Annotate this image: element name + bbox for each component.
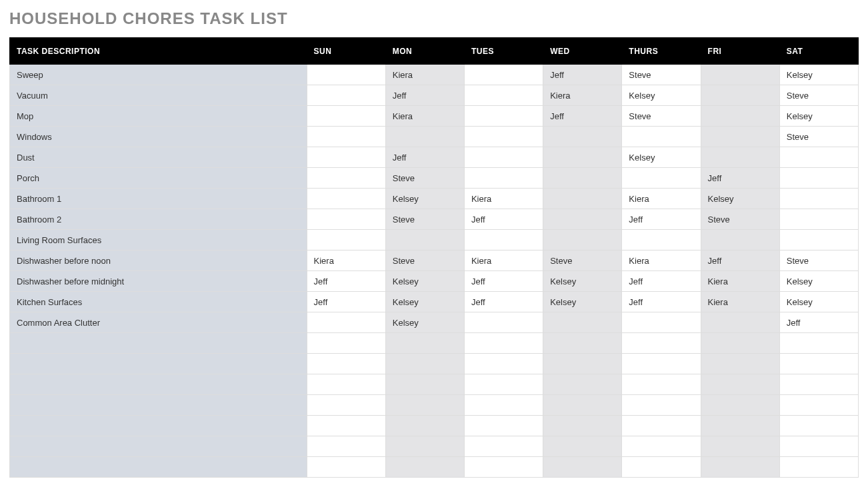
assignment-cell[interactable] [307, 395, 385, 416]
task-description-cell[interactable]: Common Area Clutter [10, 312, 307, 333]
assignment-cell[interactable] [701, 416, 779, 436]
assignment-cell[interactable] [701, 106, 779, 127]
assignment-cell[interactable] [307, 127, 385, 147]
assignment-cell[interactable]: Kelsey [385, 271, 464, 292]
assignment-cell[interactable] [385, 395, 464, 416]
assignment-cell[interactable] [622, 457, 701, 478]
assignment-cell[interactable] [464, 457, 543, 478]
assignment-cell[interactable] [543, 354, 622, 374]
assignment-cell[interactable] [779, 457, 858, 478]
assignment-cell[interactable]: Jeff [464, 292, 543, 312]
assignment-cell[interactable] [622, 416, 701, 436]
assignment-cell[interactable] [307, 416, 385, 436]
assignment-cell[interactable]: Kiera [543, 85, 622, 106]
assignment-cell[interactable] [543, 147, 622, 168]
assignment-cell[interactable]: Kelsey [543, 292, 622, 312]
assignment-cell[interactable] [701, 312, 779, 333]
task-description-cell[interactable] [10, 333, 307, 354]
assignment-cell[interactable] [385, 354, 464, 374]
assignment-cell[interactable]: Jeff [464, 209, 543, 230]
task-description-cell[interactable]: Windows [10, 127, 307, 147]
task-description-cell[interactable]: Porch [10, 168, 307, 189]
assignment-cell[interactable] [464, 168, 543, 189]
assignment-cell[interactable] [543, 395, 622, 416]
assignment-cell[interactable]: Kiera [701, 292, 779, 312]
assignment-cell[interactable]: Jeff [385, 147, 464, 168]
assignment-cell[interactable] [543, 436, 622, 457]
assignment-cell[interactable]: Jeff [701, 168, 779, 189]
assignment-cell[interactable] [464, 65, 543, 85]
assignment-cell[interactable]: Jeff [622, 292, 701, 312]
assignment-cell[interactable] [779, 189, 858, 209]
assignment-cell[interactable]: Jeff [622, 209, 701, 230]
assignment-cell[interactable] [622, 354, 701, 374]
assignment-cell[interactable]: Steve [622, 65, 701, 85]
assignment-cell[interactable]: Jeff [307, 271, 385, 292]
assignment-cell[interactable] [701, 333, 779, 354]
assignment-cell[interactable]: Kelsey [779, 65, 858, 85]
assignment-cell[interactable] [622, 395, 701, 416]
assignment-cell[interactable] [307, 333, 385, 354]
assignment-cell[interactable] [464, 436, 543, 457]
assignment-cell[interactable] [779, 374, 858, 395]
assignment-cell[interactable] [543, 168, 622, 189]
assignment-cell[interactable] [307, 354, 385, 374]
assignment-cell[interactable]: Kiera [464, 189, 543, 209]
assignment-cell[interactable]: Kelsey [543, 271, 622, 292]
assignment-cell[interactable]: Kelsey [779, 271, 858, 292]
task-description-cell[interactable] [10, 374, 307, 395]
task-description-cell[interactable]: Bathroom 1 [10, 189, 307, 209]
assignment-cell[interactable] [307, 457, 385, 478]
assignment-cell[interactable] [464, 230, 543, 250]
assignment-cell[interactable]: Steve [385, 250, 464, 271]
assignment-cell[interactable] [464, 127, 543, 147]
assignment-cell[interactable]: Jeff [543, 65, 622, 85]
assignment-cell[interactable] [543, 416, 622, 436]
assignment-cell[interactable] [543, 333, 622, 354]
assignment-cell[interactable] [307, 209, 385, 230]
assignment-cell[interactable] [701, 395, 779, 416]
assignment-cell[interactable] [307, 85, 385, 106]
assignment-cell[interactable] [385, 333, 464, 354]
task-description-cell[interactable]: Dust [10, 147, 307, 168]
assignment-cell[interactable] [464, 354, 543, 374]
task-description-cell[interactable]: Bathroom 2 [10, 209, 307, 230]
assignment-cell[interactable] [385, 436, 464, 457]
assignment-cell[interactable] [464, 85, 543, 106]
assignment-cell[interactable] [307, 436, 385, 457]
assignment-cell[interactable] [464, 416, 543, 436]
task-description-cell[interactable] [10, 395, 307, 416]
assignment-cell[interactable] [779, 333, 858, 354]
assignment-cell[interactable] [307, 106, 385, 127]
task-description-cell[interactable]: Mop [10, 106, 307, 127]
assignment-cell[interactable] [622, 168, 701, 189]
assignment-cell[interactable] [701, 457, 779, 478]
assignment-cell[interactable]: Jeff [385, 85, 464, 106]
assignment-cell[interactable]: Kiera [622, 250, 701, 271]
assignment-cell[interactable] [543, 374, 622, 395]
assignment-cell[interactable] [464, 147, 543, 168]
assignment-cell[interactable] [543, 127, 622, 147]
task-description-cell[interactable]: Kitchen Surfaces [10, 292, 307, 312]
assignment-cell[interactable] [464, 374, 543, 395]
assignment-cell[interactable] [464, 106, 543, 127]
assignment-cell[interactable]: Jeff [307, 292, 385, 312]
assignment-cell[interactable]: Steve [385, 168, 464, 189]
assignment-cell[interactable]: Kelsey [385, 292, 464, 312]
task-description-cell[interactable]: Living Room Surfaces [10, 230, 307, 250]
assignment-cell[interactable]: Kelsey [385, 312, 464, 333]
assignment-cell[interactable]: Kiera [701, 271, 779, 292]
assignment-cell[interactable]: Kiera [385, 65, 464, 85]
assignment-cell[interactable] [622, 333, 701, 354]
assignment-cell[interactable]: Kiera [385, 106, 464, 127]
assignment-cell[interactable]: Kiera [307, 250, 385, 271]
assignment-cell[interactable] [622, 127, 701, 147]
assignment-cell[interactable]: Jeff [622, 271, 701, 292]
task-description-cell[interactable] [10, 416, 307, 436]
assignment-cell[interactable]: Steve [543, 250, 622, 271]
assignment-cell[interactable] [543, 457, 622, 478]
assignment-cell[interactable] [307, 374, 385, 395]
task-description-cell[interactable] [10, 354, 307, 374]
assignment-cell[interactable] [701, 147, 779, 168]
assignment-cell[interactable] [622, 374, 701, 395]
